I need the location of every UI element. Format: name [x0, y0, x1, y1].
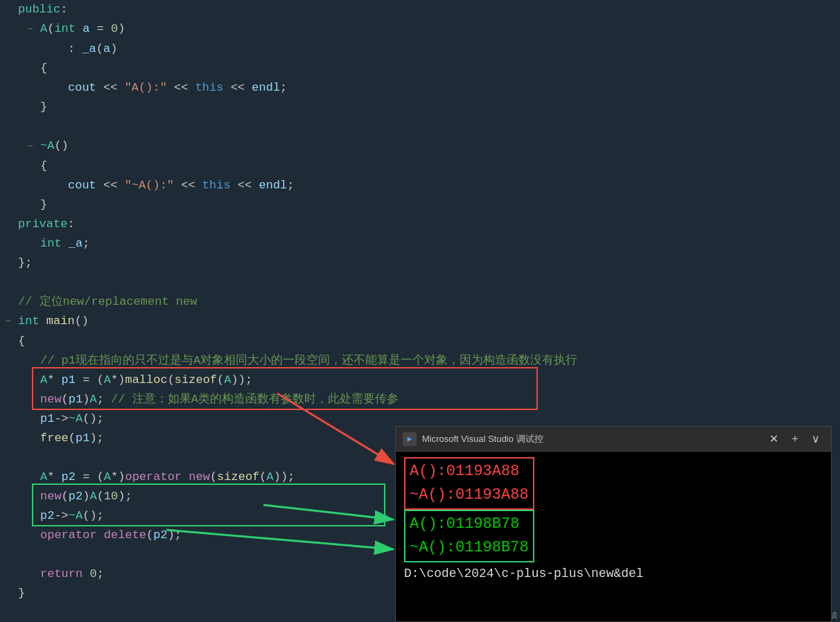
code-line-21: new(p1)A; // 注意：如果A类的构造函数有参数时，此处需要传参	[0, 390, 840, 409]
code-line-19: // p1现在指向的只不过是与A对象相同大小的一段空间，还不能算是一个对象，因为…	[0, 351, 840, 371]
code-line-5: cout << "A():" << this << endl;	[0, 78, 840, 98]
console-body: A():01193A88 ~A():01193A88 A():01198B78 …	[396, 452, 831, 621]
code-line-12: private:	[0, 215, 840, 234]
console-titlebar: ▶ Microsoft Visual Studio 调试控 ✕ ＋ ∨	[396, 427, 831, 452]
code-line-15	[0, 273, 840, 292]
console-controls: ✕ ＋ ∨	[765, 432, 824, 446]
console-chevron-btn[interactable]: ∨	[807, 432, 824, 445]
code-line-17: − int main()	[0, 312, 840, 332]
code-line-9: {	[0, 157, 840, 176]
code-line-11: }	[0, 195, 840, 215]
console-path: D:\code\2024\c-plus-plus\new&del	[404, 567, 644, 580]
console-window: ▶ Microsoft Visual Studio 调试控 ✕ ＋ ∨ A():…	[395, 426, 832, 622]
console-expand-btn[interactable]: ＋	[785, 432, 805, 446]
fold-btn-8[interactable]: −	[28, 137, 40, 157]
code-line-6: }	[0, 98, 840, 117]
fold-btn-2[interactable]: −	[28, 20, 40, 39]
code-line-2: − A(int a = 0)	[0, 19, 840, 39]
code-line-20: A* p1 = (A*)malloc(sizeof(A));	[0, 371, 840, 390]
code-line-13: int _a;	[0, 234, 840, 254]
console-app-icon: ▶	[403, 432, 417, 446]
code-line-8: − ~A()	[0, 136, 840, 157]
code-line-18: {	[0, 332, 840, 351]
code-line-16: // 定位new/replacement new	[0, 292, 840, 312]
console-line-4: ~A():01198B78	[410, 536, 529, 560]
console-line-2: ~A():01193A88	[410, 483, 529, 507]
code-line-1: public:	[0, 0, 840, 19]
console-title-text: Microsoft Visual Studio 调试控	[422, 433, 765, 445]
code-line-10: cout << "~A():" << this << endl;	[0, 176, 840, 195]
console-line-3: A():01198B78	[410, 513, 529, 536]
console-close-btn[interactable]: ✕	[765, 432, 782, 445]
code-line-4: {	[0, 59, 840, 78]
console-line-1: A():01193A88	[410, 460, 529, 483]
code-line-3: : _a(a)	[0, 39, 840, 59]
fold-btn-17[interactable]: −	[6, 312, 18, 332]
code-line-14: };	[0, 254, 840, 273]
code-line-7	[0, 117, 840, 136]
